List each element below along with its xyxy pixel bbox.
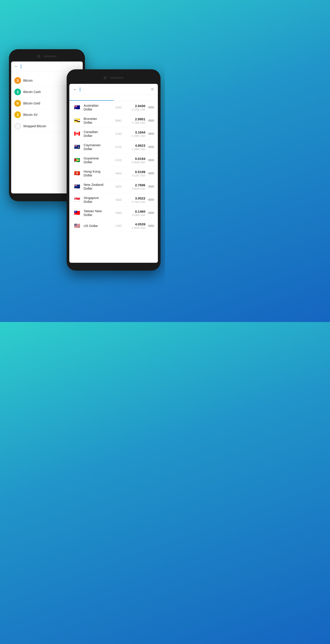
- rate-bar: [148, 198, 154, 201]
- rate-main: 0.5199: [135, 170, 145, 174]
- currency-rate: 0.0194 0.0048 USD: [132, 157, 145, 164]
- currency-rate-group: 2.9951 0.7388 USD: [132, 117, 154, 124]
- rate-main: 2.7696: [135, 183, 145, 187]
- currency-rate: 0.5199 0.1282 USD: [132, 170, 145, 177]
- currency-name: Bitcoin Gold: [23, 102, 40, 105]
- camera-back: [37, 55, 40, 58]
- speaker-back: [43, 56, 57, 57]
- currency-rate-group: 4.0539 1.0000 USD: [132, 222, 154, 229]
- currency-rate: 3.0022 0.7406 USD: [132, 196, 145, 203]
- currency-rate: 2.9951 0.7388 USD: [132, 117, 145, 124]
- list-item[interactable]: 🇹🇼 Taiwan New Dollar TWD 0.1460 0.0360 U…: [69, 206, 158, 220]
- flag-icon: 🇹🇼: [73, 210, 81, 216]
- rate-bar: [148, 172, 154, 174]
- currency-name: Wrapped Bitcoin: [23, 124, 46, 128]
- currency-code: TWD: [108, 211, 129, 215]
- rate-main: 3.0022: [135, 196, 145, 200]
- flag-icon: 🇳🇿: [73, 184, 81, 190]
- currency-name: Taiwan New Dollar: [84, 209, 105, 217]
- rate-main: 0.0194: [135, 157, 145, 160]
- currency-name: Australian Dollar: [84, 104, 105, 111]
- phone-front: ← ✕ 🇦🇺 Australian Dollar AUD: [67, 69, 160, 270]
- list-item[interactable]: 🇨🇦 Canadian Dollar CAD 3.1844 0.7855 USD: [69, 127, 158, 140]
- rate-bar: [148, 146, 154, 148]
- currency-name: Bruneian Dollar: [84, 117, 105, 124]
- currency-rate-group: 0.1460 0.0360 USD: [132, 210, 154, 216]
- list-item[interactable]: 🇳🇿 New Zealand Dollar NZD 2.7696 0.6832 …: [69, 180, 158, 193]
- currency-name: Bitcoin: [23, 79, 33, 82]
- crypto-icon: ₿: [14, 123, 21, 130]
- currency-name: Hong Kong Dollar: [84, 170, 105, 177]
- currency-name: Bitcoin SV: [23, 113, 38, 116]
- list-item[interactable]: 🇰🇾 Caymanian Dollar KYD 4.8623 1.1994 US…: [69, 140, 158, 154]
- list-item[interactable]: 🇧🇳 Bruneian Dollar BND 2.9951 0.7388 USD: [69, 114, 158, 127]
- notch-front: [67, 69, 160, 84]
- rate-main: 3.1844: [135, 130, 145, 134]
- currency-name: Caymanian Dollar: [84, 143, 105, 151]
- list-item[interactable]: 🇭🇰 Hong Kong Dollar HKD 0.5199 0.1282 US…: [69, 167, 158, 180]
- rate-sub: 0.6832 USD: [132, 188, 145, 190]
- flag-icon: 🇺🇸: [73, 223, 81, 229]
- rate-sub: 0.7388 USD: [132, 122, 145, 124]
- currency-code: SGD: [108, 198, 129, 202]
- currency-rate: 2.9430 0.7260 USD: [132, 104, 145, 111]
- flag-icon: 🇬🇾: [73, 157, 81, 163]
- rate-bar: [148, 159, 154, 161]
- rate-bar: [148, 106, 154, 108]
- rate-sub: 1.1994 USD: [132, 148, 145, 150]
- currency-rate-group: 0.5199 0.1282 USD: [132, 170, 154, 177]
- screen-front: ← ✕ 🇦🇺 Australian Dollar AUD: [69, 84, 158, 263]
- search-input-back[interactable]: [20, 64, 80, 69]
- currency-name: Canadian Dollar: [84, 130, 105, 138]
- rate-bar: [148, 212, 154, 214]
- crypto-icon: ₿: [14, 88, 21, 95]
- currency-name: Bitcoin Cash: [23, 90, 41, 94]
- currency-code: CAD: [108, 132, 129, 136]
- rate-main: 0.1460: [135, 210, 145, 213]
- close-button-front[interactable]: ✕: [150, 86, 154, 92]
- crypto-icon: ₿: [14, 111, 21, 118]
- currency-rate: 4.8623 1.1994 USD: [132, 144, 145, 150]
- back-arrow-front[interactable]: ←: [73, 87, 77, 92]
- rate-bar: [148, 225, 154, 227]
- currency-rate: 3.1844 0.7855 USD: [132, 130, 145, 137]
- list-item[interactable]: 🇸🇬 Singapore Dollar SGD 3.0022 0.7406 US…: [69, 193, 158, 206]
- list-item[interactable]: 🇺🇸 US Dollar USD 4.0539 1.0000 USD: [69, 220, 158, 232]
- speaker-front: [110, 77, 124, 79]
- tab-crypto[interactable]: [114, 95, 158, 100]
- rate-bar: [148, 185, 154, 188]
- list-item[interactable]: 🇬🇾 Guyanese Dollar GYD 0.0194 0.0048 USD: [69, 154, 158, 167]
- search-input-front[interactable]: [80, 87, 148, 92]
- currency-code: NZD: [108, 185, 129, 188]
- currency-rate: 0.1460 0.0360 USD: [132, 210, 145, 216]
- rate-main: 2.9430: [135, 104, 145, 108]
- currency-rate-group: 2.7696 0.6832 USD: [132, 183, 154, 190]
- rate-sub: 0.7855 USD: [132, 134, 145, 137]
- list-item[interactable]: 🇦🇺 Australian Dollar AUD 2.9430 0.7260 U…: [69, 101, 158, 114]
- currency-rate-group: 0.0194 0.0048 USD: [132, 157, 154, 164]
- currency-code: KYD: [108, 145, 129, 149]
- flag-icon: 🇦🇺: [73, 104, 81, 110]
- rate-sub: 0.1282 USD: [132, 174, 145, 177]
- flag-icon: 🇨🇦: [73, 131, 81, 137]
- hero-title: [10, 9, 155, 34]
- currency-code: GYD: [108, 158, 129, 162]
- phones-container: ← ₿ Bitcoin ₿ Bitcoin Cash B Bitcoin Gol…: [0, 42, 165, 288]
- tab-currencies[interactable]: [69, 95, 114, 100]
- currency-rate: 2.7696 0.6832 USD: [132, 183, 145, 190]
- rate-sub: 1.0000 USD: [132, 226, 145, 229]
- currency-rate-group: 4.8623 1.1994 USD: [132, 144, 154, 150]
- flag-icon: 🇭🇰: [73, 170, 81, 176]
- rate-main: 2.9951: [135, 117, 145, 121]
- currency-rate: 4.0539 1.0000 USD: [132, 222, 145, 229]
- rate-main: 4.8623: [135, 144, 145, 147]
- crypto-icon: B: [14, 100, 21, 107]
- rate-bar: [148, 132, 154, 135]
- rate-sub: 0.7260 USD: [132, 108, 145, 111]
- search-bar-front: ← ✕: [69, 84, 158, 95]
- crypto-icon: ₿: [14, 77, 21, 84]
- currency-name: Singapore Dollar: [84, 196, 105, 204]
- camera-front: [104, 76, 107, 80]
- rate-bar: [148, 120, 154, 122]
- back-arrow-back[interactable]: ←: [14, 64, 19, 69]
